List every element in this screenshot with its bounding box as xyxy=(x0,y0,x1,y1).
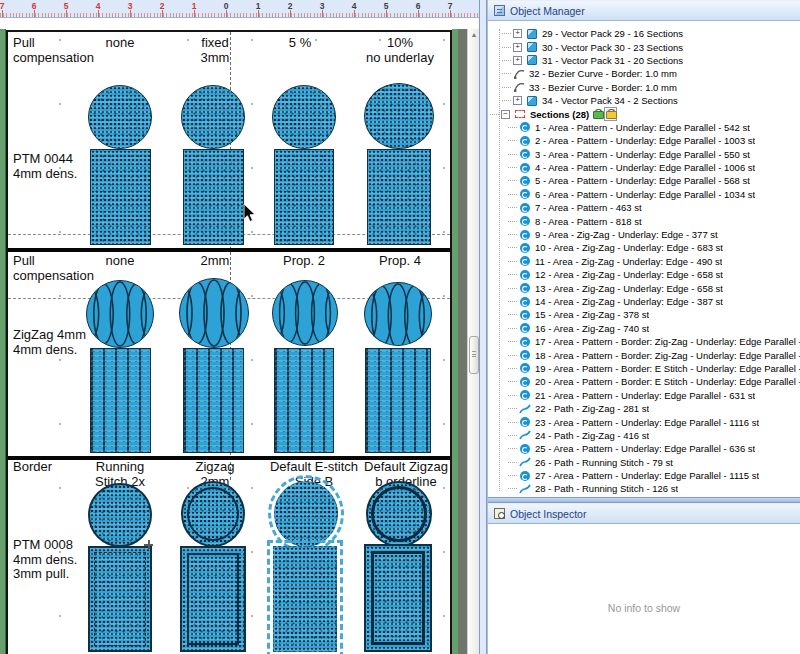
swatch-circle[interactable] xyxy=(181,85,245,149)
swatch-circle[interactable] xyxy=(274,481,338,547)
swatch-circle[interactable] xyxy=(364,282,432,346)
swatch-rect[interactable] xyxy=(273,546,337,652)
swatch-circle[interactable] xyxy=(88,85,152,149)
swatch-rect[interactable] xyxy=(367,149,431,245)
object-inspector-header[interactable]: Object Inspector xyxy=(488,503,800,524)
section-item[interactable]: 23 - Area - Pattern - Underlay: Edge Par… xyxy=(488,415,800,428)
ruler-number: 7 xyxy=(448,1,453,11)
section-item[interactable]: 20 - Area - Pattern - Border: E Stitch -… xyxy=(488,375,800,388)
section-item[interactable]: 10 - Area - Zig-Zag - Underlay: Edge - 6… xyxy=(488,241,800,254)
bezier-icon xyxy=(513,82,525,93)
object-manager-header[interactable]: Object Manager xyxy=(488,0,800,21)
section-item[interactable]: 12 - Area - Zig-Zag - Underlay: Edge - 6… xyxy=(488,268,800,281)
swatch-rect[interactable] xyxy=(90,348,151,453)
area-icon xyxy=(519,376,531,387)
tree-connector xyxy=(508,435,517,436)
area-icon xyxy=(519,202,531,213)
ruler-number: 2 xyxy=(288,1,293,11)
expander-icon[interactable]: + xyxy=(513,56,522,65)
row3-label: Border xyxy=(13,460,52,475)
swatch-rect[interactable] xyxy=(183,149,244,245)
swatch-circle[interactable] xyxy=(179,278,249,348)
panel-splitter-handle[interactable] xyxy=(479,0,487,654)
tree-item-label: 24 - Path - Zig-Zag - 416 st xyxy=(535,430,649,441)
swatch-rect[interactable] xyxy=(364,544,432,652)
swatch-circle[interactable] xyxy=(88,483,152,547)
swatch-circle[interactable] xyxy=(364,83,434,149)
tree-connector xyxy=(508,194,517,195)
section-item[interactable]: 28 - Path - Running Stitch - 126 st xyxy=(488,482,800,495)
tree-connector xyxy=(508,154,517,155)
section-item[interactable]: 27 - Area - Pattern - Underlay: Edge Par… xyxy=(488,469,800,482)
area-icon xyxy=(519,175,531,186)
sections-node[interactable]: −Sections (28) xyxy=(488,107,800,120)
path-icon xyxy=(519,403,531,414)
section-item[interactable]: 14 - Area - Zig-Zag - Underlay: Edge - 3… xyxy=(488,295,800,308)
swatch-rect[interactable] xyxy=(365,348,431,453)
swatch-rect[interactable] xyxy=(274,149,334,245)
expander-icon[interactable]: + xyxy=(513,43,522,52)
scrollbar-thumb[interactable] xyxy=(469,336,479,374)
ruler-number: 5 xyxy=(384,1,389,11)
section-item[interactable]: 24 - Path - Zig-Zag - 416 st xyxy=(488,429,800,442)
tree-connector xyxy=(508,234,517,235)
scroll-up-arrow-icon[interactable]: ▲ xyxy=(470,31,478,39)
swatch-rect[interactable] xyxy=(88,546,152,652)
lock-green-icon[interactable] xyxy=(593,109,602,119)
section-item[interactable]: 8 - Area - Pattern - 818 st xyxy=(488,214,800,227)
tree-item[interactable]: +29 - Vector Pack 29 - 16 Sections xyxy=(488,27,800,40)
section-item[interactable]: 26 - Path - Running Stitch - 79 st xyxy=(488,456,800,469)
section-item[interactable]: 13 - Area - Zig-Zag - Underlay: Edge - 6… xyxy=(488,281,800,294)
design-viewport[interactable]: Pull compensation none fixed 3mm 5 % 10%… xyxy=(0,18,479,654)
swatch-rect[interactable] xyxy=(90,149,151,245)
section-item[interactable]: 15 - Area - Zig-Zag - 378 st xyxy=(488,308,800,321)
section-item[interactable]: 17 - Area - Pattern - Border: Zig-Zag - … xyxy=(488,335,800,348)
tree-item-label: 5 - Area - Pattern - Underlay: Edge Para… xyxy=(535,175,750,186)
section-item[interactable]: 7 - Area - Pattern - 463 st xyxy=(488,201,800,214)
area-icon xyxy=(519,189,531,200)
section-item[interactable]: 9 - Area - Zig-Zag - Underlay: Edge - 37… xyxy=(488,228,800,241)
swatch-rect[interactable] xyxy=(183,348,244,453)
section-item[interactable]: 2 - Area - Pattern - Underlay: Edge Para… xyxy=(488,134,800,147)
section-item[interactable]: 5 - Area - Pattern - Underlay: Edge Para… xyxy=(488,174,800,187)
tree-item-label: 6 - Area - Pattern - Underlay: Edge Para… xyxy=(535,189,755,200)
tree-item[interactable]: 32 - Bezier Curve - Border: 1.0 mm xyxy=(488,67,800,80)
ruler-number: 1 xyxy=(256,1,261,11)
tree-item[interactable]: 33 - Bezier Curve - Border: 1.0 mm xyxy=(488,81,800,94)
swatch-circle[interactable] xyxy=(272,280,338,346)
section-item[interactable]: 18 - Area - Pattern - Border: Zig-Zag - … xyxy=(488,348,800,361)
tree-item-label: 13 - Area - Zig-Zag - Underlay: Edge - 6… xyxy=(535,283,723,294)
section-item[interactable]: 22 - Path - Zig-Zag - 281 st xyxy=(488,402,800,415)
section-item[interactable]: 25 - Area - Pattern - Underlay: Edge Par… xyxy=(488,442,800,455)
design-page[interactable]: Pull compensation none fixed 3mm 5 % 10%… xyxy=(6,30,452,654)
section-item[interactable]: 1 - Area - Pattern - Underlay: Edge Para… xyxy=(488,121,800,134)
section-item[interactable]: 16 - Area - Zig-Zag - 740 st xyxy=(488,322,800,335)
canvas-vertical-scrollbar[interactable]: ▲ xyxy=(467,29,479,654)
section-item[interactable]: 19 - Area - Pattern - Border: E Stitch -… xyxy=(488,362,800,375)
expander-icon[interactable]: − xyxy=(501,110,510,119)
swatch-rect[interactable] xyxy=(180,546,246,652)
section-item[interactable]: 6 - Area - Pattern - Underlay: Edge Para… xyxy=(488,188,800,201)
expander-icon[interactable]: + xyxy=(513,29,522,38)
area-icon xyxy=(519,283,531,294)
section-item[interactable]: 3 - Area - Pattern - Underlay: Edge Para… xyxy=(488,148,800,161)
tree-item-label: 9 - Area - Zig-Zag - Underlay: Edge - 37… xyxy=(535,229,718,240)
tree-item[interactable]: +34 - Vector Pack 34 - 2 Sections xyxy=(488,94,800,107)
tree-item[interactable]: +30 - Vector Pack 30 - 23 Sections xyxy=(488,40,800,53)
section-item[interactable]: 11 - Area - Zig-Zag - Underlay: Edge - 4… xyxy=(488,255,800,268)
expander-icon[interactable]: + xyxy=(513,96,522,105)
section-item[interactable]: 21 - Area - Pattern - Underlay: Edge Par… xyxy=(488,389,800,402)
tree-item-label: 27 - Area - Pattern - Underlay: Edge Par… xyxy=(535,470,759,481)
swatch-circle[interactable] xyxy=(86,280,154,348)
section-item[interactable]: 4 - Area - Pattern - Underlay: Edge Para… xyxy=(488,161,800,174)
path-icon xyxy=(519,430,531,441)
swatch-circle[interactable] xyxy=(181,481,245,547)
tree-item[interactable]: +31 - Vector Pack 31 - 20 Sections xyxy=(488,54,800,67)
tree-item-label: 17 - Area - Pattern - Border: Zig-Zag - … xyxy=(535,336,800,347)
lock-yellow-icon[interactable] xyxy=(606,109,615,119)
swatch-circle[interactable] xyxy=(272,85,336,149)
ruler-number: 4 xyxy=(96,1,101,11)
swatch-rect[interactable] xyxy=(274,348,334,453)
swatch-circle[interactable] xyxy=(366,481,432,547)
area-icon xyxy=(519,323,531,334)
